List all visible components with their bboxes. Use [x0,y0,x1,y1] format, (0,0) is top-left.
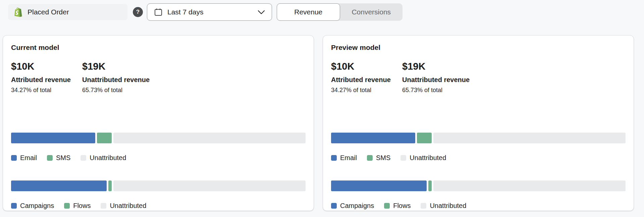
attributed-revenue-metric: $10K Attributed revenue 34.27% of total [331,61,398,94]
unattributed-swatch [80,155,86,161]
bar-segment-sms [417,133,432,143]
preview-model-card: Preview model $10K Attributed revenue 34… [323,35,634,211]
email-swatch [11,155,17,161]
email-swatch [331,155,337,161]
source-legend: Campaigns Flows Unattributed [331,202,626,210]
legend-item-flows: Flows [384,202,411,210]
metric-subtext: 34.27% of total [11,87,78,94]
metric-subtext: 65.73% of total [402,87,470,94]
legend-label: SMS [56,154,70,162]
legend-label: Unattributed [410,154,446,162]
legend-item-sms: SMS [367,154,390,162]
metric-label: Unattributed revenue [402,76,470,84]
unattributed-swatch [101,203,106,209]
sms-swatch [367,155,373,161]
card-title: Preview model [331,44,626,52]
legend-item-unattributed: Unattributed [101,202,146,210]
flows-swatch [64,203,70,209]
metric-value: $10K [331,61,398,72]
legend-item-unattributed: Unattributed [400,154,446,162]
metric-label: Attributed revenue [11,76,78,84]
legend-label: Flows [73,202,91,210]
attributed-revenue-metric: $10K Attributed revenue 34.27% of total [11,61,78,94]
unattributed-revenue-metric: $19K Unattributed revenue 65.73% of tota… [82,61,150,94]
bar-segment-flows [108,180,112,191]
metric-value: $19K [82,61,150,72]
toggle-revenue-button[interactable]: Revenue [277,3,340,21]
channel-legend: Email SMS Unattributed [331,154,626,162]
bar-segment-unattributed [113,133,306,143]
metric-chip-label: Placed Order [28,8,69,16]
unattributed-swatch [400,155,406,161]
shopify-icon [13,7,23,17]
flows-swatch [384,203,390,209]
source-stacked-bar [11,180,306,191]
legend-item-email: Email [331,154,357,162]
bar-segment-email [331,133,415,143]
channel-stacked-bar [11,133,306,143]
metric-value: $19K [402,61,470,72]
metric-subtext: 34.27% of total [331,87,398,94]
card-title: Current model [11,44,306,52]
legend-item-email: Email [11,154,37,162]
current-model-card: Current model $10K Attributed revenue 34… [3,35,314,211]
campaigns-swatch [331,203,337,209]
source-stacked-bar [331,180,626,191]
cards-row: Current model $10K Attributed revenue 34… [0,35,644,211]
sms-swatch [47,155,53,161]
legend-item-sms: SMS [47,154,70,162]
legend-label: SMS [376,154,390,162]
legend-label: Email [20,154,37,162]
bar-segment-email [11,133,95,143]
campaigns-swatch [11,203,17,209]
legend-item-campaigns: Campaigns [331,202,374,210]
legend-item-unattributed: Unattributed [80,154,126,162]
metric-label: Unattributed revenue [82,76,150,84]
legend-label: Campaigns [20,202,54,210]
metric-value: $10K [11,61,78,72]
unattributed-swatch [421,203,426,209]
toggle-conversions-button[interactable]: Conversions [340,3,403,21]
channel-stacked-bar [331,133,626,143]
bar-segment-sms [97,133,112,143]
bar-segment-unattributed [433,180,626,191]
date-range-value: Last 7 days [167,8,253,16]
chevron-down-icon [258,10,265,14]
metric-selector-chip[interactable]: Placed Order [8,4,127,20]
metrics-row: $10K Attributed revenue 34.27% of total … [11,61,306,94]
help-glyph: ? [136,9,140,15]
toolbar: Placed Order ? Last 7 days Revenue Conve… [0,0,644,21]
metric-label: Attributed revenue [331,76,398,84]
help-icon[interactable]: ? [133,7,143,17]
source-legend: Campaigns Flows Unattributed [11,202,306,210]
channel-legend: Email SMS Unattributed [11,154,306,162]
date-range-dropdown[interactable]: Last 7 days [147,3,272,21]
metrics-row: $10K Attributed revenue 34.27% of total … [331,61,626,94]
bar-segment-campaigns [331,180,427,191]
bar-segment-unattributed [113,180,306,191]
legend-label: Campaigns [340,202,374,210]
legend-label: Unattributed [430,202,466,210]
legend-item-unattributed: Unattributed [421,202,466,210]
view-toggle: Revenue Conversions [277,3,402,21]
legend-item-flows: Flows [64,202,91,210]
calendar-icon [154,8,163,16]
legend-label: Email [340,154,357,162]
legend-label: Unattributed [90,154,126,162]
legend-label: Flows [393,202,411,210]
bar-segment-unattributed [433,133,626,143]
bar-segment-flows [428,180,432,191]
metric-subtext: 65.73% of total [82,87,150,94]
bar-segment-campaigns [11,180,107,191]
legend-item-campaigns: Campaigns [11,202,54,210]
legend-label: Unattributed [110,202,146,210]
unattributed-revenue-metric: $19K Unattributed revenue 65.73% of tota… [402,61,470,94]
